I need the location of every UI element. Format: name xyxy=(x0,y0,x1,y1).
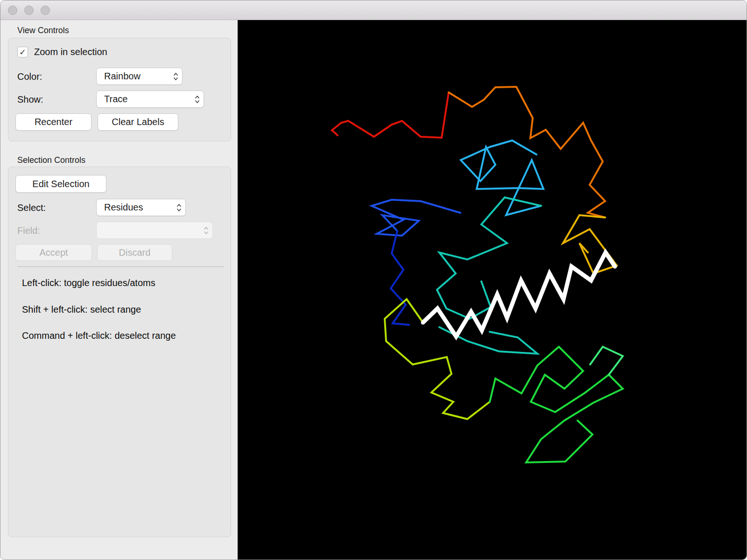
trace-segment-green-loops[interactable] xyxy=(490,347,623,462)
divider xyxy=(17,266,224,267)
show-dropdown[interactable]: Trace xyxy=(96,91,204,108)
app-window: View Controls ✓ Zoom in selection Color:… xyxy=(0,0,747,560)
checkmark-icon: ✓ xyxy=(19,47,26,57)
chevron-up-down-icon xyxy=(194,94,200,105)
trace-segment-white-selection[interactable] xyxy=(423,252,615,336)
control-sidebar: View Controls ✓ Zoom in selection Color:… xyxy=(0,20,238,560)
select-label: Select: xyxy=(17,203,46,213)
title-bar[interactable] xyxy=(0,0,747,20)
minimize-button[interactable] xyxy=(24,6,34,15)
trace-segment-springgreen[interactable] xyxy=(590,347,623,375)
trace-segment-teal-strand[interactable] xyxy=(437,197,541,319)
checkbox-label: Zoom in selection xyxy=(34,47,107,57)
color-dropdown[interactable]: Rainbow xyxy=(96,68,183,85)
help-line-command-click: Command + left-click: deselect range xyxy=(22,330,176,341)
show-dropdown-value: Trace xyxy=(104,94,127,105)
chevron-up-down-icon xyxy=(203,225,209,236)
chevron-up-down-icon xyxy=(176,203,182,213)
help-line-left-click: Left-click: toggle residues/atoms xyxy=(22,278,155,288)
close-button[interactable] xyxy=(8,6,17,15)
accept-button: Accept xyxy=(15,244,92,261)
view-controls-title: View Controls xyxy=(17,26,69,35)
zoom-window-button[interactable] xyxy=(41,6,50,15)
selection-controls-title: Selection Controls xyxy=(17,155,85,165)
field-label: Field: xyxy=(17,225,40,236)
show-label: Show: xyxy=(17,94,43,105)
field-dropdown xyxy=(96,222,213,239)
select-dropdown-value: Residues xyxy=(104,202,143,213)
protein-trace xyxy=(238,20,747,560)
discard-button: Discard xyxy=(97,244,172,261)
color-label: Color: xyxy=(17,71,42,82)
clear-labels-button[interactable]: Clear Labels xyxy=(98,113,178,131)
checkbox-box[interactable]: ✓ xyxy=(17,47,28,57)
trace-segment-red-nterm[interactable] xyxy=(332,92,449,138)
color-dropdown-value: Rainbow xyxy=(104,71,141,82)
select-dropdown[interactable]: Residues xyxy=(96,199,186,216)
chevron-up-down-icon xyxy=(173,71,179,82)
zoom-in-selection-checkbox[interactable]: ✓ Zoom in selection xyxy=(17,47,107,57)
viewport-3d[interactable] xyxy=(238,20,747,560)
trace-segment-blue-knot[interactable] xyxy=(372,200,460,236)
trace-segment-orange[interactable] xyxy=(449,87,605,217)
edit-selection-button[interactable]: Edit Selection xyxy=(15,175,106,193)
help-line-shift-click: Shift + left-click: select range xyxy=(22,304,141,315)
recenter-button[interactable]: Recenter xyxy=(15,113,92,131)
